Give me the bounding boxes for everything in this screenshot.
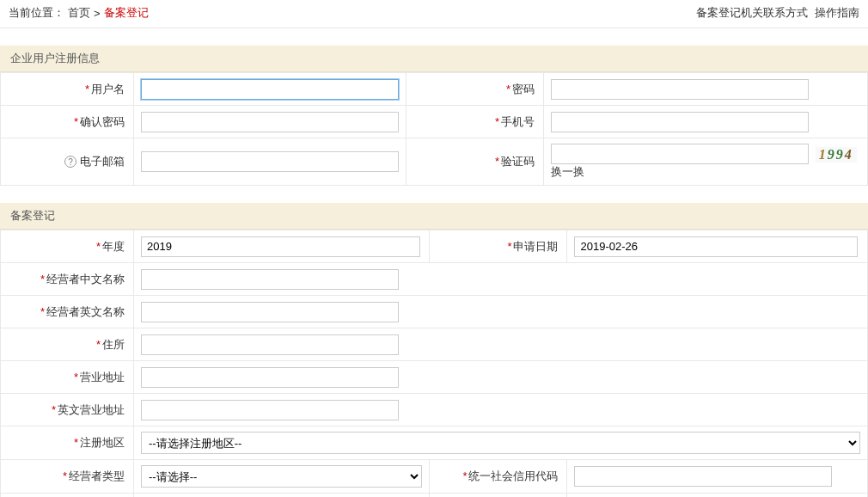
biz-address-en-input[interactable] <box>141 400 399 420</box>
biz-address-label: 营业地址 <box>80 371 125 383</box>
section-header-user-reg: 企业用户注册信息 <box>0 46 868 72</box>
username-label: 用户名 <box>91 83 125 95</box>
captcha-image: 1994 <box>816 147 857 163</box>
top-right-links: 备案登记机关联系方式 操作指南 <box>696 5 859 21</box>
help-icon[interactable]: ? <box>64 156 76 168</box>
captcha-refresh-link[interactable]: 换一换 <box>551 165 584 178</box>
year-input[interactable] <box>141 236 420 257</box>
operator-cn-input[interactable] <box>141 269 399 290</box>
email-input[interactable] <box>141 151 399 172</box>
password-input[interactable] <box>551 79 809 100</box>
operator-type-label: 经营者类型 <box>69 469 125 482</box>
biz-address-input[interactable] <box>141 367 399 388</box>
email-label: 电子邮箱 <box>80 155 125 168</box>
confirm-password-input[interactable] <box>141 112 399 132</box>
operator-en-input[interactable] <box>141 302 399 322</box>
phone-label: 手机号 <box>501 115 535 128</box>
operator-type-select[interactable]: --请选择-- <box>141 465 422 488</box>
operator-en-label: 经营者英文名称 <box>46 305 125 318</box>
breadcrumb-current: 备案登记 <box>104 5 149 21</box>
reg-area-label: 注册地区 <box>80 436 125 449</box>
breadcrumb: 当前位置： 首页 > 备案登记 <box>9 5 149 21</box>
breadcrumb-separator: > <box>94 7 101 20</box>
confirm-password-label: 确认密码 <box>80 115 125 128</box>
year-label: 年度 <box>102 240 125 253</box>
breadcrumb-home-link[interactable]: 首页 <box>68 5 90 21</box>
apply-date-input[interactable] <box>574 236 858 257</box>
usci-input[interactable] <box>574 466 832 487</box>
captcha-label: 验证码 <box>501 155 535 168</box>
operator-cn-label: 经营者中文名称 <box>46 273 125 285</box>
breadcrumb-bar: 当前位置： 首页 > 备案登记 备案登记机关联系方式 操作指南 <box>0 0 868 28</box>
address-input[interactable] <box>141 334 399 355</box>
usci-label: 统一社会信用代码 <box>468 469 558 482</box>
biz-address-en-label: 英文营业地址 <box>58 403 125 416</box>
apply-date-label: 申请日期 <box>513 240 558 253</box>
guide-link[interactable]: 操作指南 <box>815 5 859 21</box>
password-label: 密码 <box>512 83 535 95</box>
filing-form: *年度 *申请日期 *经营者中文名称 *经营者英文名称 *住所 *营业地址 *英… <box>0 230 868 497</box>
phone-input[interactable] <box>551 112 809 132</box>
address-label: 住所 <box>102 338 125 351</box>
user-reg-form: *用户名 *密码 *确认密码 *手机号 ?电子邮箱 *验证码 1994 换一换 <box>0 72 868 186</box>
contact-link[interactable]: 备案登记机关联系方式 <box>696 5 808 21</box>
username-input[interactable] <box>141 79 399 100</box>
section-header-filing: 备案登记 <box>0 203 868 230</box>
reg-area-select[interactable]: --请选择注册地区-- <box>141 432 860 454</box>
breadcrumb-location-label: 当前位置： <box>9 5 64 21</box>
captcha-input[interactable] <box>551 144 809 164</box>
